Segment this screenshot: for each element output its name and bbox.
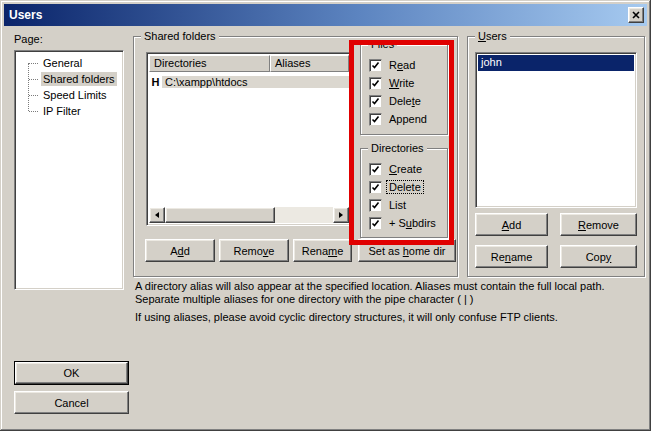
users-list: john [475, 52, 637, 208]
cyclic-note: If using aliases, please avoid cyclic di… [135, 311, 648, 324]
user-remove-button[interactable]: Remove [560, 213, 637, 236]
user-rename-button[interactable]: Rename [475, 245, 548, 268]
window-title: Users [4, 8, 42, 22]
scrollbar-thumb[interactable] [165, 207, 275, 223]
page-item-general[interactable]: General [19, 55, 119, 71]
page-item-label: Speed Limits [41, 88, 109, 102]
page-item-label: General [41, 56, 84, 70]
folder-add-button[interactable]: Add [145, 239, 215, 262]
notes: A directory alias will also appear at th… [135, 280, 648, 324]
arrow-left-icon [152, 212, 159, 218]
home-marker: H [149, 76, 162, 88]
user-add-button[interactable]: Add [475, 213, 548, 236]
page-item-speed-limits[interactable]: Speed Limits [19, 87, 119, 103]
ok-button-default-ring: OK [14, 361, 129, 385]
page-item-label: IP Filter [41, 104, 83, 118]
page-label: Page: [14, 33, 43, 45]
arrow-right-icon [339, 212, 346, 218]
folder-rename-button[interactable]: Rename [293, 239, 352, 262]
scrollbar-track[interactable] [165, 207, 333, 223]
page-item-shared-folders[interactable]: Shared folders [19, 71, 119, 87]
close-icon [632, 11, 640, 19]
annotation-highlight-box [349, 40, 454, 245]
page-item-label-selected: Shared folders [41, 72, 117, 86]
user-copy-button[interactable]: Copy [560, 245, 637, 268]
close-button[interactable] [628, 7, 644, 23]
page-item-ip-filter[interactable]: IP Filter [19, 103, 119, 119]
scroll-left-button[interactable] [149, 207, 165, 223]
shared-folders-group-label: Shared folders [141, 30, 219, 42]
users-dialog: Users Page: General Shared folders Speed… [0, 0, 651, 431]
users-group-label: Users [475, 30, 510, 42]
column-header-directories[interactable]: Directories [149, 55, 270, 72]
directory-path: C:\xampp\htdocs [162, 76, 349, 88]
folder-remove-button[interactable]: Remove [219, 239, 289, 262]
scroll-right-button[interactable] [333, 207, 349, 223]
ok-button[interactable]: OK [15, 362, 128, 384]
column-header-aliases[interactable]: Aliases [270, 55, 349, 72]
alias-note: A directory alias will also appear at th… [135, 280, 648, 306]
cancel-button[interactable]: Cancel [14, 391, 129, 414]
shared-folders-list: Directories Aliases H C:\xampp\htdocs [146, 52, 352, 226]
horizontal-scrollbar[interactable] [149, 207, 349, 223]
folder-row[interactable]: H C:\xampp\htdocs [149, 74, 349, 89]
titlebar[interactable]: Users [4, 4, 647, 26]
page-list: General Shared folders Speed Limits IP F… [14, 50, 124, 290]
user-list-item[interactable]: john [478, 55, 634, 71]
